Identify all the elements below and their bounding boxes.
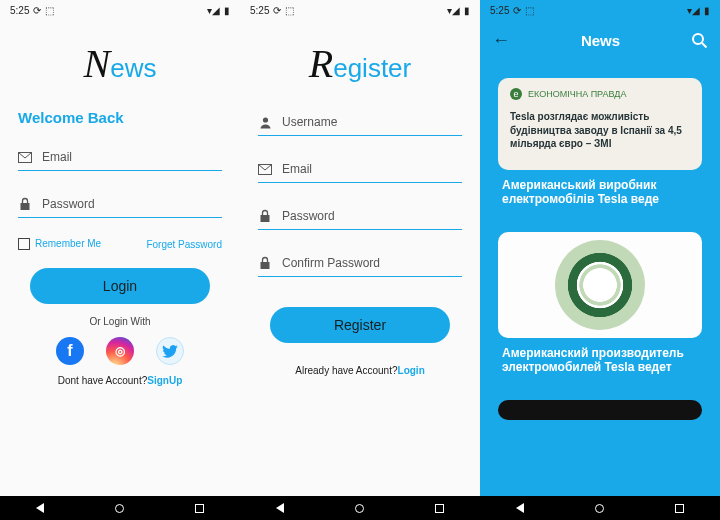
username-field[interactable]: Username <box>258 109 462 136</box>
remember-checkbox[interactable] <box>18 238 30 250</box>
status-bar: 5:25⟳⬚ ▾◢▮ <box>480 0 720 20</box>
android-nav <box>0 496 240 520</box>
android-nav <box>240 496 480 520</box>
svg-point-2 <box>262 117 267 122</box>
lock-icon <box>258 256 272 270</box>
facebook-icon[interactable]: f <box>56 337 84 365</box>
nav-home-icon[interactable] <box>115 504 124 513</box>
svg-rect-4 <box>261 215 270 222</box>
news-screen: 5:25⟳⬚ ▾◢▮ ← News eЕКОНОМІЧНА ПРАВДА Tes… <box>480 0 720 520</box>
or-login-with: Or Login With <box>18 316 222 327</box>
email-field[interactable]: Email <box>258 156 462 183</box>
social-row: f ◎ <box>18 337 222 365</box>
remember-me[interactable]: Remember Me <box>18 238 101 250</box>
status-time: 5:25 <box>10 5 29 16</box>
register-button[interactable]: Register <box>270 307 450 343</box>
email-placeholder: Email <box>282 162 312 176</box>
news-card[interactable]: Американский производитель электромобиле… <box>490 224 710 382</box>
back-icon[interactable]: ← <box>492 30 510 51</box>
password-field[interactable]: Password <box>18 191 222 218</box>
lock-icon <box>18 197 32 211</box>
instagram-icon[interactable]: ◎ <box>106 337 134 365</box>
source-label: eЕКОНОМІЧНА ПРАВДА <box>510 88 690 100</box>
nav-home-icon[interactable] <box>355 504 364 513</box>
svg-point-6 <box>693 34 703 44</box>
news-list[interactable]: eЕКОНОМІЧНА ПРАВДА Tesla розглядає можли… <box>480 60 720 496</box>
nav-recent-icon[interactable] <box>195 504 204 513</box>
footer-text: Dont have Account?SignUp <box>18 375 222 386</box>
nav-recent-icon[interactable] <box>435 504 444 513</box>
status-bar: 5:25⟳⬚ ▾◢▮ <box>0 0 240 20</box>
register-title: Register <box>258 40 462 87</box>
card-caption: Американский производитель электромобиле… <box>498 338 702 374</box>
twitter-icon[interactable] <box>156 337 184 365</box>
password-placeholder: Password <box>42 197 95 211</box>
signup-link[interactable]: SignUp <box>147 375 182 386</box>
status-time: 5:25 <box>490 5 509 16</box>
welcome-heading: Welcome Back <box>18 109 222 126</box>
source-logo-icon: e <box>510 88 522 100</box>
login-button[interactable]: Login <box>30 268 210 304</box>
login-link[interactable]: Login <box>398 365 425 376</box>
svg-line-7 <box>702 43 707 48</box>
footer-text: Already have Account?Login <box>258 365 462 376</box>
svg-rect-1 <box>21 203 30 210</box>
forgot-password-link[interactable]: Forget Password <box>146 239 222 250</box>
nav-recent-icon[interactable] <box>675 504 684 513</box>
svg-rect-5 <box>261 262 270 269</box>
app-logo-text: News <box>18 40 222 87</box>
login-screen: 5:25⟳⬚ ▾◢▮ News Welcome Back Email Passw… <box>0 0 240 520</box>
source-rosette-icon <box>555 240 645 330</box>
password-field[interactable]: Password <box>258 203 462 230</box>
card-image <box>498 232 702 338</box>
email-icon <box>18 150 32 164</box>
email-field[interactable]: Email <box>18 144 222 171</box>
password-placeholder: Password <box>282 209 335 223</box>
confirm-password-field[interactable]: Confirm Password <box>258 250 462 277</box>
status-bar: 5:25⟳⬚ ▾◢▮ <box>240 0 480 20</box>
confirm-placeholder: Confirm Password <box>282 256 380 270</box>
nav-home-icon[interactable] <box>595 504 604 513</box>
card-caption: Американський виробник електромобілів Te… <box>498 170 702 206</box>
lock-icon <box>258 209 272 223</box>
nav-back-icon[interactable] <box>276 503 284 513</box>
news-card[interactable]: eЕКОНОМІЧНА ПРАВДА Tesla розглядає можли… <box>490 70 710 214</box>
email-placeholder: Email <box>42 150 72 164</box>
search-icon[interactable] <box>691 32 708 49</box>
card-headline: Tesla розглядає можливість будівництва з… <box>510 110 690 151</box>
android-nav <box>480 496 720 520</box>
nav-back-icon[interactable] <box>36 503 44 513</box>
page-title: News <box>581 32 620 49</box>
username-placeholder: Username <box>282 115 337 129</box>
user-icon <box>258 115 272 129</box>
status-time: 5:25 <box>250 5 269 16</box>
nav-back-icon[interactable] <box>516 503 524 513</box>
email-icon <box>258 162 272 176</box>
register-screen: 5:25⟳⬚ ▾◢▮ Register Username Email Passw… <box>240 0 480 520</box>
news-card[interactable] <box>490 392 710 428</box>
app-bar: ← News <box>480 20 720 60</box>
